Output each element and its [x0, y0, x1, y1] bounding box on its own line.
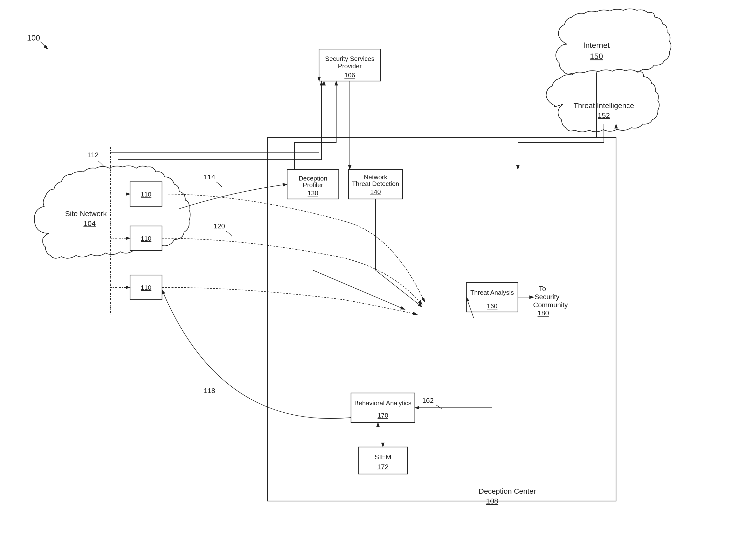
- sensor-id-3: 110: [141, 284, 151, 291]
- threat-intel-id: 152: [598, 111, 610, 119]
- site-network-label: Site Network: [65, 209, 107, 217]
- label-114: 114: [204, 173, 215, 181]
- diagram-id-100: 100: [27, 34, 40, 42]
- label-118: 118: [204, 387, 215, 394]
- site-network-id: 104: [83, 219, 96, 228]
- deception-profiler-label2: Profiler: [303, 181, 323, 189]
- security-services-id: 106: [344, 71, 355, 79]
- internet-cloud: Internet 150: [556, 9, 671, 75]
- behavioral-analytics-label: Behavioral Analytics: [354, 399, 412, 407]
- deception-center-id: 108: [486, 497, 498, 505]
- siem-label: SIEM: [375, 453, 391, 461]
- threat-analysis-label: Threat Analysis: [470, 289, 514, 296]
- network-threat-label2: Threat Detection: [352, 180, 399, 187]
- security-services-label: Security Services: [325, 55, 375, 62]
- label-120: 120: [213, 222, 225, 230]
- internet-label: Internet: [583, 41, 610, 50]
- behavioral-analytics-id: 170: [378, 412, 388, 419]
- deception-profiler-id: 130: [308, 189, 318, 197]
- threat-intel-label: Threat Intelligence: [574, 102, 634, 110]
- sensor-id-2: 110: [141, 235, 151, 242]
- deception-profiler-label: Deception: [298, 175, 327, 182]
- deception-center-label: Deception Center: [479, 487, 536, 495]
- label-112: 112: [87, 151, 99, 159]
- network-threat-label: Network: [364, 173, 387, 181]
- siem-id: 172: [377, 463, 389, 471]
- security-community-label: To: [539, 285, 546, 293]
- security-community-id: 180: [538, 309, 549, 317]
- security-community-label2: Security: [535, 293, 559, 301]
- threat-intelligence-cloud: Threat Intelligence 152: [546, 69, 659, 132]
- network-threat-id: 140: [370, 188, 381, 195]
- security-services-label2: Provider: [338, 62, 362, 70]
- security-community-label3: Community: [533, 301, 568, 309]
- label-162: 162: [422, 397, 434, 404]
- sensor-id-1: 110: [141, 191, 151, 198]
- threat-analysis-id: 160: [487, 302, 497, 310]
- internet-id: 150: [590, 52, 603, 61]
